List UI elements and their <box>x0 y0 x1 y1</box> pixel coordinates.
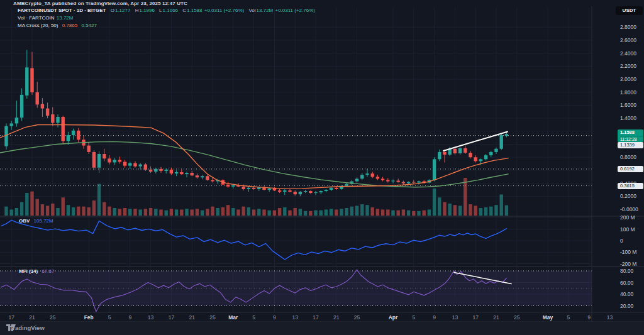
svg-text:0.8000: 0.8000 <box>620 154 636 160</box>
svg-text:Mar: Mar <box>228 314 238 321</box>
svg-text:-0.0000: -0.0000 <box>620 206 638 212</box>
svg-text:0: 0 <box>620 238 623 244</box>
volume-indicator-value: 13.72M <box>57 15 74 21</box>
svg-text:40.00: 40.00 <box>620 291 634 297</box>
svg-text:-100 M: -100 M <box>620 249 636 255</box>
svg-text:21: 21 <box>29 314 35 321</box>
bar-countdown: 11:12:28 <box>620 136 643 143</box>
svg-text:5: 5 <box>567 314 570 321</box>
volume-value: 13.72M <box>257 8 274 13</box>
high-value: 1.1996 <box>139 8 154 13</box>
tradingview-brand-link[interactable]: TradingView <box>6 324 45 331</box>
svg-text:20.00: 20.00 <box>620 303 634 309</box>
low-value: 1.1066 <box>163 8 178 13</box>
chart-canvas[interactable]: 2.80002.60002.40002.20002.00001.80001.60… <box>0 0 644 335</box>
svg-text:5: 5 <box>252 314 255 321</box>
last-price-value: 1.1588 <box>620 129 643 136</box>
svg-text:1.4000: 1.4000 <box>620 115 636 121</box>
price-line-badge-2: 0.6192 <box>618 166 643 172</box>
svg-text:21: 21 <box>493 314 499 321</box>
ma-cross-title: MA Cross (20, 50) <box>18 23 58 28</box>
publish-header: AMBCrypto_TA published on TradingView.co… <box>13 1 187 6</box>
svg-text:9: 9 <box>587 314 591 321</box>
price-line-badge-3: 0.3615 <box>618 183 643 189</box>
price-line-badge-1: 1.1339 <box>618 142 643 148</box>
svg-text:25: 25 <box>354 314 360 321</box>
svg-text:17: 17 <box>8 314 14 321</box>
footer-strip <box>0 322 644 335</box>
svg-text:1.8000: 1.8000 <box>620 89 636 96</box>
svg-text:2.4000: 2.4000 <box>620 50 636 57</box>
open-value: 1.1277 <box>115 8 130 13</box>
svg-text:0.2000: 0.2000 <box>620 193 636 199</box>
volume-label: Vol <box>248 8 255 13</box>
change-value-2: +0.0311 (+2.76%) <box>275 8 314 13</box>
svg-text:25: 25 <box>209 314 216 321</box>
svg-text:21: 21 <box>189 314 195 321</box>
mfi-title: MFI (14) <box>19 268 38 274</box>
svg-text:21: 21 <box>333 314 340 321</box>
volume-legend-row[interactable]: Vol · FARTCOIN 13.72M <box>18 15 73 21</box>
close-label: C <box>182 8 186 13</box>
svg-text:1.6000: 1.6000 <box>620 102 636 108</box>
svg-text:100 M: 100 M <box>620 226 635 233</box>
svg-text:17: 17 <box>472 314 479 321</box>
svg-text:13: 13 <box>452 314 458 321</box>
obv-title: OBV <box>19 218 30 224</box>
volume-indicator-title: Vol · FARTCOIN <box>18 15 55 21</box>
svg-text:2.2000: 2.2000 <box>620 63 636 69</box>
mfi-value: 67.67 <box>42 268 54 274</box>
ma-cross-legend-row[interactable]: MA Cross (20, 50) 0.7865 0.5427 <box>18 23 97 28</box>
svg-text:-200 M: -200 M <box>620 261 636 267</box>
svg-text:17: 17 <box>313 314 319 321</box>
high-label: H <box>135 8 139 13</box>
ma-slow-value: 0.5427 <box>81 23 96 28</box>
svg-text:2.6000: 2.6000 <box>620 37 636 43</box>
publish-text: AMBCrypto_TA published on TradingView.co… <box>13 1 187 6</box>
ma-fast-value: 0.7865 <box>62 23 77 28</box>
svg-text:13: 13 <box>292 314 298 321</box>
svg-text:2.8000: 2.8000 <box>620 24 636 30</box>
svg-text:60.00: 60.00 <box>620 280 634 286</box>
currency-label: USDT <box>623 8 636 13</box>
low-label: L <box>159 8 162 13</box>
last-price-badge: 1.1588 11:12:28 <box>618 129 643 142</box>
change-value: +0.0311 (+2.76%) <box>204 8 244 13</box>
svg-text:5: 5 <box>108 314 111 321</box>
svg-text:2.0000: 2.0000 <box>620 76 636 82</box>
svg-text:9: 9 <box>273 314 276 321</box>
svg-text:200 M: 200 M <box>620 214 635 221</box>
svg-text:May: May <box>543 314 553 321</box>
svg-text:13: 13 <box>607 314 613 321</box>
svg-text:17: 17 <box>169 314 175 321</box>
close-value: 1.1588 <box>187 8 202 13</box>
mfi-legend-row[interactable]: MFI (14) 67.67 <box>19 268 55 274</box>
obv-value: 105.72M <box>34 218 53 224</box>
open-label: O <box>111 8 114 13</box>
svg-text:Apr: Apr <box>389 314 398 321</box>
svg-text:9: 9 <box>128 314 131 321</box>
svg-text:25: 25 <box>50 314 56 321</box>
svg-text:13: 13 <box>148 314 154 321</box>
svg-text:5: 5 <box>412 314 415 321</box>
svg-text:25: 25 <box>514 314 520 321</box>
svg-text:80.00: 80.00 <box>620 268 634 274</box>
symbol-title: FARTCOINUSDT SPOT · 1D · BITGET <box>18 8 106 13</box>
svg-text:9: 9 <box>433 314 436 321</box>
tradingview-chart-window: 2.80002.60002.40002.20002.00001.80001.60… <box>0 0 644 335</box>
currency-toggle-button[interactable]: USDT <box>616 6 643 15</box>
obv-legend-row[interactable]: OBV 105.72M <box>19 218 53 224</box>
svg-text:Feb: Feb <box>84 314 94 321</box>
symbol-legend-row[interactable]: FARTCOINUSDT SPOT · 1D · BITGET O1.1277 … <box>18 8 315 13</box>
